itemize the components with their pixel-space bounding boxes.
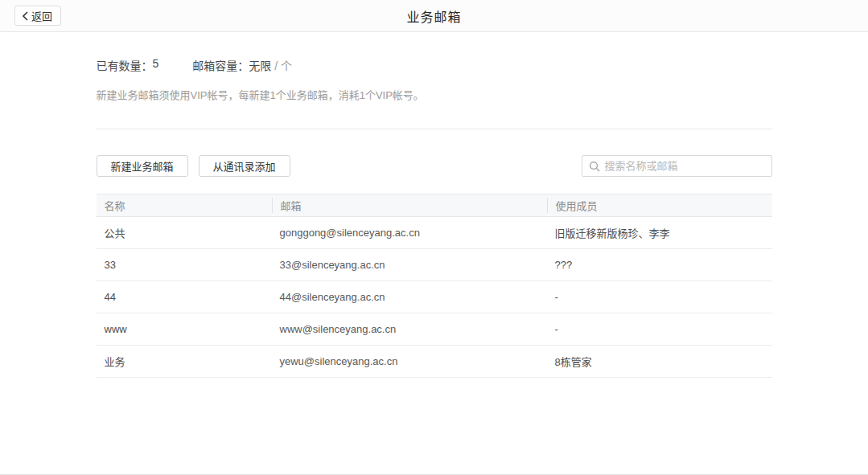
mailbox-name: www [97,323,272,335]
business-mailbox-page: 返回 业务邮箱 已有数量： 5 邮箱容量： 无限 / 个 新建业务邮箱须使用VI… [0,0,868,475]
mailbox-count-stat: 已有数量： 5 [97,57,159,73]
page-title: 业务邮箱 [406,6,461,26]
column-header-name: 名称 [97,198,272,213]
search-icon [589,161,600,172]
table-row[interactable]: 33 33@silenceyang.ac.cn ??? [97,249,772,281]
mailbox-members: 8栋管家 [547,354,772,369]
mailbox-email: 33@silenceyang.ac.cn [272,259,547,271]
chevron-left-icon [22,11,29,21]
create-mailbox-button[interactable]: 新建业务邮箱 [97,155,188,177]
top-header-bar: 返回 业务邮箱 [0,0,868,32]
mailbox-capacity-unit: / 个 [271,57,292,73]
table-row[interactable]: 公共 gonggong@silenceyang.ac.cn 旧版迁移新版杨珍、李… [97,217,772,249]
stats-row: 已有数量： 5 邮箱容量： 无限 / 个 [97,57,772,73]
mailbox-count-value: 5 [153,57,159,73]
section-divider [97,129,772,129]
toolbar: 新建业务邮箱 从通讯录添加 [97,155,772,177]
mailbox-email: gonggong@silenceyang.ac.cn [272,227,547,239]
mailbox-members: 旧版迁移新版杨珍、李李 [547,225,772,240]
mailbox-table: 名称 邮箱 使用成员 公共 gonggong@silenceyang.ac.cn… [97,194,772,378]
add-from-contacts-button[interactable]: 从通讯录添加 [199,155,290,177]
back-button-label: 返回 [31,8,52,23]
search-box[interactable] [582,155,772,177]
column-header-members: 使用成员 [547,198,772,213]
mailbox-count-label: 已有数量： [97,57,153,73]
mailbox-capacity-label: 邮箱容量： [192,57,249,73]
mailbox-name: 业务 [97,354,272,369]
mailbox-members: ??? [547,259,772,271]
mailbox-members: - [547,323,772,335]
toolbar-button-group: 新建业务邮箱 从通讯录添加 [97,155,290,177]
table-row[interactable]: 业务 yewu@silenceyang.ac.cn 8栋管家 [97,346,772,378]
table-row[interactable]: 44 44@silenceyang.ac.cn - [97,281,772,313]
mailbox-name: 44 [97,291,272,303]
mailbox-members: - [547,291,772,303]
mailbox-email: www@silenceyang.ac.cn [272,323,547,335]
mailbox-email: yewu@silenceyang.ac.cn [272,355,547,367]
content-area: 已有数量： 5 邮箱容量： 无限 / 个 新建业务邮箱须使用VIP帐号，每新建1… [97,57,772,378]
mailbox-name: 33 [97,259,272,271]
mailbox-email: 44@silenceyang.ac.cn [272,291,547,303]
mailbox-capacity-stat: 邮箱容量： 无限 / 个 [192,57,292,73]
vip-note-text: 新建业务邮箱须使用VIP帐号，每新建1个业务邮箱，消耗1个VIP帐号。 [97,87,772,102]
table-row[interactable]: www www@silenceyang.ac.cn - [97,313,772,346]
mailbox-name: 公共 [97,225,272,240]
column-header-email: 邮箱 [272,198,547,213]
back-button[interactable]: 返回 [14,6,61,26]
mailbox-table-body: 公共 gonggong@silenceyang.ac.cn 旧版迁移新版杨珍、李… [97,217,772,378]
table-header-row: 名称 邮箱 使用成员 [97,194,772,217]
search-input[interactable] [605,160,765,172]
mailbox-capacity-value: 无限 [249,57,271,73]
